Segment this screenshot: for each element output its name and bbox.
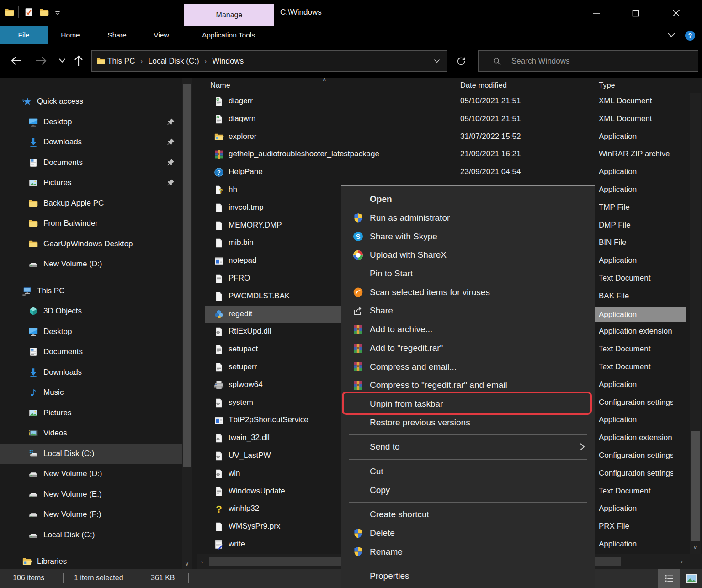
menu-item-share-with-skype[interactable]: SShare with Skype xyxy=(341,227,595,246)
tab-application-tools[interactable]: Application Tools xyxy=(182,26,275,44)
column-divider[interactable] xyxy=(454,79,454,91)
large-icons-view-button[interactable] xyxy=(681,569,702,588)
folder-icon[interactable] xyxy=(5,7,15,17)
sidebar-item-label: Libraries xyxy=(37,557,67,566)
scroll-right-icon[interactable]: › xyxy=(678,558,686,565)
sidebar-item-local-disk-g-[interactable]: Local Disk (G:) xyxy=(0,525,182,546)
menu-item-scan-selected-items-for-viruses[interactable]: Scan selected items for viruses xyxy=(341,283,595,302)
sidebar-item-backup-apple-pc[interactable]: Backup Apple PC xyxy=(0,193,182,214)
menu-item-unpin-from-taskbar[interactable]: Unpin from taskbar xyxy=(341,395,595,413)
sidebar-item-documents[interactable]: Documents xyxy=(0,342,182,362)
menu-item-compress-and-email[interactable]: Compress and email... xyxy=(341,357,595,376)
help-icon[interactable]: ? xyxy=(685,30,696,41)
menu-item-add-to-regedit-rar[interactable]: Add to "regedit.rar" xyxy=(341,339,595,358)
sidebar-item-new-volume-d-[interactable]: New Volume (D:) xyxy=(0,464,182,484)
scroll-down-icon[interactable]: ∨ xyxy=(690,544,701,551)
column-divider[interactable] xyxy=(591,79,591,91)
sidebar-item-local-disk-c-[interactable]: Local Disk (C:) xyxy=(0,444,182,464)
column-header-type[interactable]: Type xyxy=(599,81,615,90)
sidebar-item-downloads[interactable]: Downloads xyxy=(0,132,182,153)
sidebar-item-3d-objects[interactable]: 3D Objects xyxy=(0,301,182,322)
properties-check-icon[interactable] xyxy=(24,7,34,17)
file-row-gethelp-audiotroubleshooter-latestpackage[interactable]: gethelp_audiotroubleshooter_latestpackag… xyxy=(197,146,690,164)
tab-view[interactable]: View xyxy=(141,26,182,44)
ribbon-collapse-chevron-icon[interactable] xyxy=(664,30,679,41)
sidebar-item-music[interactable]: Music xyxy=(0,382,182,403)
menu-item-run-as-administrator[interactable]: Run as administrator xyxy=(341,209,595,228)
breadcrumb-chevron-icon[interactable]: › xyxy=(201,58,211,65)
tab-share[interactable]: Share xyxy=(93,26,141,44)
forward-icon[interactable] xyxy=(34,53,48,68)
sidebar-item-from-balwinder[interactable]: From Balwinder xyxy=(0,213,182,234)
menu-item-open[interactable]: Open xyxy=(341,190,595,209)
recent-locations-chevron-icon[interactable] xyxy=(55,53,69,68)
menu-item-delete[interactable]: Delete xyxy=(341,524,595,543)
maximize-button[interactable] xyxy=(622,0,650,26)
vertical-scrollbar[interactable]: ∧ ∨ xyxy=(690,78,701,554)
breadcrumb-chevron-icon[interactable]: › xyxy=(137,58,146,65)
up-icon[interactable] xyxy=(71,53,86,68)
file-row-diagerr[interactable]: diagerr05/10/2021 21:51XML Document xyxy=(197,93,690,111)
tab-file[interactable]: File xyxy=(0,26,48,44)
file-date-modified: 31/07/2022 15:52 xyxy=(460,132,588,141)
breadcrumb-segment[interactable]: This PC xyxy=(106,57,137,65)
sort-ascending-icon: ∧ xyxy=(322,76,327,83)
breadcrumb-segment[interactable]: Windows xyxy=(210,57,245,65)
back-icon[interactable] xyxy=(9,53,24,68)
scroll-left-icon[interactable]: ‹ xyxy=(198,558,206,565)
sidebar-item-libraries[interactable]: Libraries xyxy=(0,551,182,569)
sidebar-scrollbar-thumb[interactable] xyxy=(183,84,191,467)
sidebar-item-new-volume-f-[interactable]: New Volume (F:) xyxy=(0,504,182,525)
menu-item-rename[interactable]: Rename xyxy=(341,542,595,561)
details-view-button[interactable] xyxy=(658,569,680,588)
sidebar-item-label: Pictures xyxy=(43,408,71,418)
breadcrumb-segment[interactable]: Local Disk (C:) xyxy=(146,57,201,65)
menu-item-properties[interactable]: Properties xyxy=(341,567,595,586)
sidebar-item-documents[interactable]: Documents xyxy=(0,153,182,173)
sidebar-item-pictures[interactable]: Pictures xyxy=(0,403,182,424)
menu-item-compress-to-regedit-rar-and-email[interactable]: Compress to "regedit.rar" and email xyxy=(341,376,595,395)
sidebar-item-this-pc[interactable]: This PC xyxy=(0,281,182,302)
tab-home[interactable]: Home xyxy=(48,26,93,44)
minimize-button[interactable] xyxy=(582,0,611,26)
sidebar-scrollbar[interactable]: ∨ xyxy=(182,78,192,569)
menu-item-create-shortcut[interactable]: Create shortcut xyxy=(341,505,595,524)
menu-item-copy[interactable]: Copy xyxy=(341,481,595,499)
sidebar-item-new-volume-d-[interactable]: New Volume (D:) xyxy=(0,254,182,275)
vertical-scrollbar-thumb[interactable] xyxy=(691,431,700,541)
customize-dropdown-icon[interactable] xyxy=(54,9,64,19)
close-icon[interactable] xyxy=(662,0,690,26)
menu-item-upload-with-sharex[interactable]: Upload with ShareX xyxy=(341,246,595,265)
sidebar-item-downloads[interactable]: Downloads xyxy=(0,362,182,383)
search-bar[interactable] xyxy=(478,50,698,72)
column-header-name[interactable]: Name xyxy=(210,81,230,90)
address-bar[interactable]: This PC›Local Disk (C:)›Windows xyxy=(91,50,447,72)
column-header-date-modified[interactable]: Date modified xyxy=(460,81,507,90)
menu-item-pin-to-start[interactable]: Pin to Start xyxy=(341,265,595,283)
sidebar-item-videos[interactable]: Videos xyxy=(0,423,182,444)
file-row-helppane[interactable]: ?HelpPane23/09/2021 04:54Application xyxy=(197,164,690,181)
menu-item-add-to-archive[interactable]: Add to archive... xyxy=(341,320,595,339)
sidebar-item-pictures[interactable]: Pictures xyxy=(0,173,182,193)
file-row-explorer[interactable]: explorer31/07/2022 15:52Application xyxy=(197,128,690,146)
sidebar-item-desktop[interactable]: Desktop xyxy=(0,112,182,132)
tab-manage[interactable]: Manage xyxy=(184,4,274,26)
file-type: Text Document xyxy=(599,274,673,283)
drive-icon xyxy=(28,469,38,479)
search-input[interactable] xyxy=(511,57,685,66)
documents-icon xyxy=(28,158,38,168)
new-folder-icon[interactable] xyxy=(39,7,49,17)
menu-item-cut[interactable]: Cut xyxy=(341,462,595,481)
sidebar-item-desktop[interactable]: Desktop xyxy=(0,322,182,342)
scroll-down-icon[interactable]: ∨ xyxy=(182,560,192,567)
menu-item-share[interactable]: Share xyxy=(341,302,595,320)
sidebar-item-new-volume-e-[interactable]: New Volume (E:) xyxy=(0,484,182,505)
address-dropdown-chevron-icon[interactable] xyxy=(434,59,447,64)
sidebar-item-quick-access[interactable]: Quick access xyxy=(0,91,182,112)
file-type: Application xyxy=(599,185,673,194)
menu-item-send-to[interactable]: Send to xyxy=(341,438,595,456)
sidebar-item-gearupwindows-desktop[interactable]: GearUpWindows Desktop xyxy=(0,234,182,254)
menu-item-restore-previous-versions[interactable]: Restore previous versions xyxy=(341,413,595,432)
file-row-diagwrn[interactable]: diagwrn05/10/2021 21:51XML Document xyxy=(197,111,690,128)
refresh-icon[interactable] xyxy=(449,50,473,72)
